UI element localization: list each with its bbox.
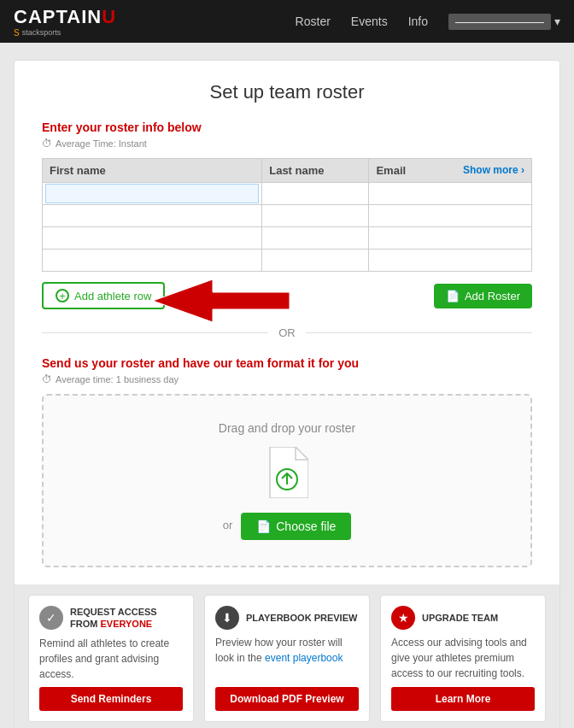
upload-file-icon bbox=[266, 447, 308, 498]
powered-by: S stacksports bbox=[14, 28, 116, 38]
star-icon: ★ bbox=[391, 606, 415, 630]
table-row bbox=[43, 227, 532, 250]
drop-zone[interactable]: Drag and drop your roster or 📄 Choose fi… bbox=[42, 394, 532, 567]
brand-u: U bbox=[102, 6, 116, 27]
card-title-3: UPGRADE TEAM bbox=[422, 612, 498, 624]
email-cell-1 bbox=[369, 183, 532, 205]
add-athlete-label: Add athlete row bbox=[74, 290, 151, 302]
user-dropdown[interactable]: ———————— ▾ bbox=[448, 14, 560, 30]
first-name-cell-1 bbox=[43, 183, 262, 205]
last-name-cell-4 bbox=[262, 250, 369, 272]
request-access-card: ✓ REQUEST ACCESS FROM EVERYONE Remind al… bbox=[28, 595, 194, 722]
first-name-cell-4 bbox=[43, 250, 262, 272]
navbar: CAPTAINU S stacksports Roster Events Inf… bbox=[0, 0, 574, 43]
page-title: Set up team roster bbox=[42, 81, 532, 103]
email-cell-4 bbox=[369, 250, 532, 272]
col-last-name: Last name bbox=[262, 159, 369, 183]
brand-name: CAPTAINU bbox=[14, 6, 116, 28]
last-name-cell-2 bbox=[262, 205, 369, 227]
col-first-name: First name bbox=[43, 159, 262, 183]
section1-title: Enter your roster info below bbox=[42, 120, 532, 134]
show-more-link[interactable]: Show more › bbox=[463, 164, 524, 176]
choose-file-button[interactable]: 📄 Choose file bbox=[241, 513, 351, 540]
card-body-2: Preview how your roster will look in the… bbox=[215, 635, 359, 682]
file-upload-icon bbox=[61, 447, 513, 501]
choose-file-label: Choose file bbox=[276, 520, 336, 533]
card-header-1: ✓ REQUEST ACCESS FROM EVERYONE bbox=[39, 606, 183, 631]
card-body-1: Remind all athletes to create profiles a… bbox=[39, 636, 183, 682]
table-row bbox=[43, 250, 532, 272]
first-name-input-1[interactable] bbox=[46, 185, 258, 203]
or-label: or bbox=[223, 519, 233, 531]
upgrade-card: ★ UPGRADE TEAM Access our advising tools… bbox=[380, 595, 546, 722]
first-name-cell-2 bbox=[43, 205, 262, 227]
event-playerbook-link[interactable]: event playerbook bbox=[265, 652, 343, 664]
nav-links: Roster Events Info ———————— ▾ bbox=[296, 14, 560, 30]
playerbook-card: ⬇ PLAYERBOOK PREVIEW Preview how your ro… bbox=[204, 595, 370, 722]
brand: CAPTAINU S stacksports bbox=[14, 6, 116, 38]
svg-marker-0 bbox=[153, 279, 290, 322]
user-name: ———————— bbox=[448, 14, 551, 30]
section2-title: Send us your roster and have our team fo… bbox=[42, 356, 532, 370]
col-email: Email Show more › bbox=[369, 159, 532, 183]
nav-events[interactable]: Events bbox=[351, 15, 388, 28]
nav-info[interactable]: Info bbox=[408, 15, 428, 28]
table-row bbox=[43, 183, 532, 205]
avg-time-2: ⏱ Average time: 1 business day bbox=[42, 373, 532, 385]
card-title-2: PLAYERBOOK PREVIEW bbox=[246, 612, 357, 624]
dropdown-chevron-icon: ▾ bbox=[554, 15, 560, 28]
red-arrow-icon bbox=[153, 275, 290, 326]
checkmark-icon: ✓ bbox=[39, 606, 63, 630]
add-roster-button[interactable]: 📄 Add Roster bbox=[434, 284, 532, 308]
bottom-cards: ✓ REQUEST ACCESS FROM EVERYONE Remind al… bbox=[15, 584, 559, 728]
card-header-3: ★ UPGRADE TEAM bbox=[391, 606, 535, 630]
card-title-1: REQUEST ACCESS FROM EVERYONE bbox=[70, 606, 183, 631]
doc-icon: 📄 bbox=[256, 520, 271, 533]
table-row bbox=[43, 205, 532, 227]
title-accent-1: EVERYONE bbox=[100, 619, 152, 629]
add-roster-label: Add Roster bbox=[465, 290, 520, 302]
first-name-cell-3 bbox=[43, 227, 262, 250]
last-name-cell-3 bbox=[262, 227, 369, 250]
arrow-indicator bbox=[153, 275, 290, 329]
main-container: Set up team roster Enter your roster inf… bbox=[14, 60, 560, 728]
table-actions: Add athlete row 📄 Add Roster bbox=[42, 282, 532, 309]
download-pdf-button[interactable]: Download PDF Preview bbox=[215, 687, 359, 711]
add-athlete-button[interactable]: Add athlete row bbox=[42, 282, 165, 309]
card-body-3: Access our advising tools and give your … bbox=[391, 635, 535, 682]
nav-roster[interactable]: Roster bbox=[296, 15, 331, 28]
card-header-2: ⬇ PLAYERBOOK PREVIEW bbox=[215, 606, 359, 630]
clock-icon: ⏱ bbox=[42, 138, 52, 150]
last-name-cell-1 bbox=[262, 183, 369, 205]
plus-icon bbox=[56, 289, 69, 302]
stack-icon: S bbox=[14, 28, 20, 38]
avg-time-1: ⏱ Average Time: Instant bbox=[42, 138, 532, 150]
file-icon: 📄 bbox=[446, 290, 460, 302]
clock-icon-2: ⏱ bbox=[42, 373, 52, 385]
email-cell-3 bbox=[369, 227, 532, 250]
choose-file-row: or 📄 Choose file bbox=[61, 509, 513, 540]
drop-zone-text: Drag and drop your roster bbox=[61, 421, 513, 435]
send-reminders-button[interactable]: Send Reminders bbox=[39, 687, 183, 711]
learn-more-button[interactable]: Learn More bbox=[391, 687, 535, 711]
email-cell-2 bbox=[369, 205, 532, 227]
download-icon: ⬇ bbox=[215, 606, 239, 630]
roster-table: First name Last name Email Show more › bbox=[42, 158, 532, 272]
